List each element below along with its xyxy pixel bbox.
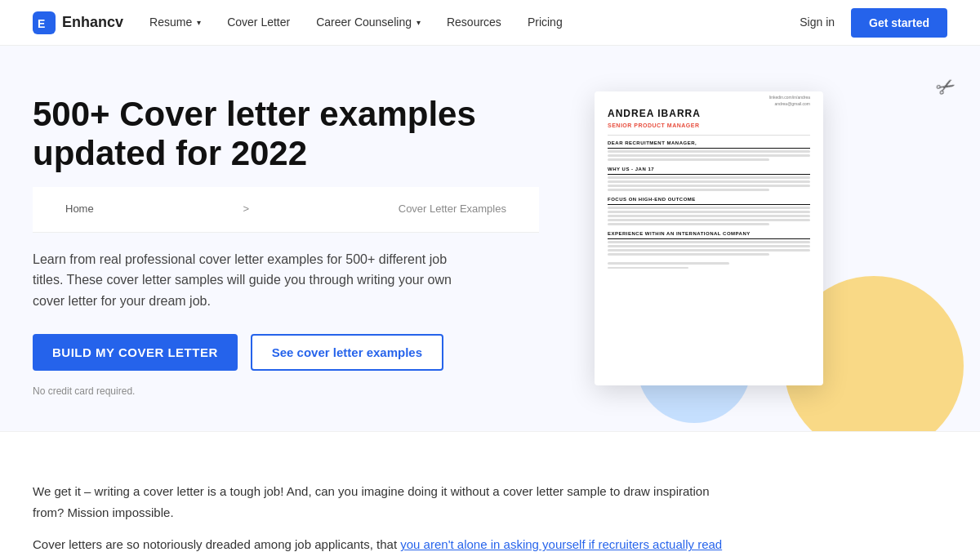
nav-right: Sign in Get started [800,8,947,38]
resume-line [608,211,810,213]
resume-line [608,219,810,221]
breadcrumb-home[interactable]: Home [65,201,94,217]
resume-line [608,223,769,225]
paragraph-2-before: Cover letters are so notoriously dreaded… [33,537,400,551]
resume-section-body2: Focus on high-end outcome [608,196,810,205]
resume-section-body3: Experience within an international compa… [608,230,810,239]
resume-line [608,189,769,191]
resume-card-name: ANDREA IBARRA [608,106,701,121]
nav-pricing[interactable]: Pricing [528,14,563,31]
logo[interactable]: E Enhancv [33,11,123,34]
resume-preview-card: ANDREA IBARRA Senior Product Manager lin… [595,91,823,385]
get-started-button[interactable]: Get started [851,8,947,38]
nav-resume[interactable]: Resume ▾ [149,14,201,31]
resume-line [608,158,769,161]
resume-card-contact: linkedin.com/in/andrea andrea@gmail.com [769,95,810,107]
nav-left: E Enhancv Resume ▾ Cover Letter Career C… [33,11,563,34]
intro-text-section: We get it – writing a cover letter is a … [0,431,980,552]
paragraph-1: We get it – writing a cover letter is a … [33,481,735,523]
paragraph-2: Cover letters are so notoriously dreaded… [33,534,735,552]
hero-description: Learn from real professional cover lette… [33,249,474,312]
breadcrumb-separator: > [243,201,249,217]
chevron-down-icon: ▾ [197,16,201,29]
nav-career-counseling[interactable]: Career Counseling ▾ [316,14,421,31]
scissors-icon: ✂ [929,68,963,107]
hero-content: 500+ Cover letter examples updated for 2… [33,95,539,398]
see-cover-letter-examples-button[interactable]: See cover letter examples [251,334,443,371]
resume-line [608,180,810,183]
no-credit-text: No credit card required. [33,384,539,398]
resume-card-title: Senior Product Manager [608,122,701,131]
hero-section: 500+ Cover letter examples updated for 2… [0,46,980,431]
resume-line [608,245,810,247]
hero-buttons: BUILD MY COVER LETTER See cover letter e… [33,334,539,371]
breadcrumb-current: Cover Letter Examples [399,201,506,217]
logo-icon: E [33,11,56,34]
resume-section-salutation: Dear Recruitment Manager, [608,140,810,149]
nav-resources[interactable]: Resources [447,14,501,31]
resume-line [608,253,769,256]
logo-text: Enhancv [62,11,123,33]
sign-in-link[interactable]: Sign in [800,14,835,31]
resume-line [608,207,810,209]
navbar: E Enhancv Resume ▾ Cover Letter Career C… [0,0,980,46]
resume-line [608,185,810,187]
resume-closing [608,262,810,269]
resume-line [608,176,810,179]
content-area: // We'll do this with a pattern instead … [0,431,980,552]
nav-cover-letter[interactable]: Cover Letter [227,14,290,31]
chevron-down-icon: ▾ [416,16,421,29]
resume-line [608,150,810,153]
breadcrumb: Home > Cover Letter Examples [33,187,539,233]
resume-line [608,241,810,243]
resume-line [608,154,810,157]
svg-text:E: E [38,17,45,30]
hero-visual: ✂ ANDREA IBARRA Senior Product Manager l… [470,46,980,431]
resume-signature [608,267,688,269]
resume-line [608,262,729,265]
resume-section-body1: Why us - Jan 17 [608,166,810,175]
resume-line [608,249,810,252]
hero-title: 500+ Cover letter examples updated for 2… [33,95,539,174]
resume-line [608,215,810,217]
build-cover-letter-button[interactable]: BUILD MY COVER LETTER [33,334,238,371]
